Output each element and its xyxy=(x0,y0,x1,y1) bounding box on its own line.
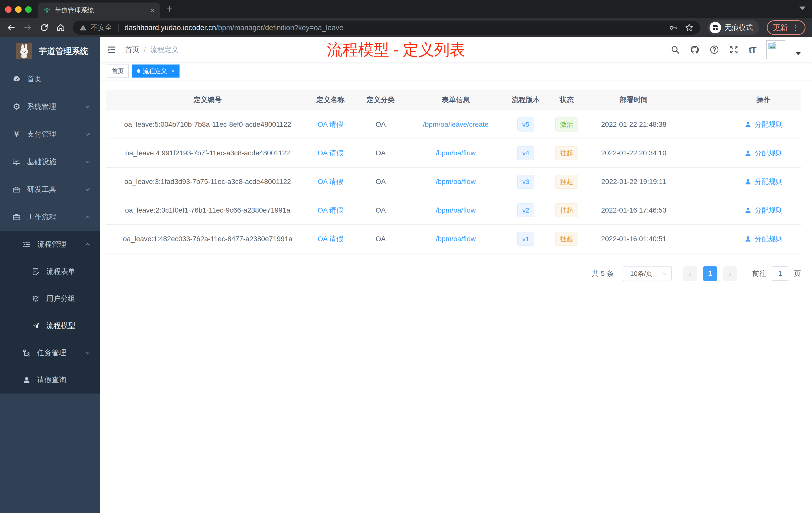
window-minimize-button[interactable] xyxy=(15,6,22,13)
browser-menu-dots-icon[interactable]: ⋮ xyxy=(792,24,800,32)
definition-name-link[interactable]: OA 请假 xyxy=(318,234,344,244)
window-zoom-button[interactable] xyxy=(25,6,32,13)
flow-tree-icon xyxy=(22,349,31,357)
font-size-icon[interactable]: tT xyxy=(749,45,756,55)
browser-address-bar: 不安全 dashboard.yudao.iocoder.cn/bpm/manag… xyxy=(0,18,812,37)
user-icon xyxy=(745,235,752,242)
not-secure-warning-icon[interactable] xyxy=(79,24,87,31)
browser-update-button[interactable]: 更新 ⋮ xyxy=(767,20,806,35)
table-row: oa_leave:5:004b710b-7b8a-11ec-8ef0-acde4… xyxy=(106,111,801,139)
home-icon[interactable] xyxy=(56,23,65,32)
sidebar-item-process-management[interactable]: 流程管理 xyxy=(0,231,100,258)
new-tab-button[interactable]: + xyxy=(166,4,173,13)
sidebar-item-home[interactable]: 首页 xyxy=(0,65,100,93)
list-tree-icon xyxy=(22,240,31,249)
help-icon[interactable] xyxy=(709,45,719,55)
sidebar-item-payment[interactable]: ¥ 支付管理 xyxy=(0,120,100,148)
url-field[interactable]: 不安全 dashboard.yudao.iocoder.cn/bpm/manag… xyxy=(73,21,700,35)
back-icon[interactable] xyxy=(6,23,16,32)
form-link[interactable]: /bpm/oa/leave/create xyxy=(423,120,489,128)
sidebar-item-leave-query[interactable]: 请假查询 xyxy=(0,366,100,394)
column-header-category: 定义分类 xyxy=(352,90,409,110)
sidebar-item-devtools[interactable]: 研发工具 xyxy=(0,176,100,203)
definition-table: 定义编号 定义名称 定义分类 表单信息 流程版本 状态 部署时间 操作 oa_l… xyxy=(106,90,801,253)
user-icon xyxy=(745,178,752,185)
fullscreen-icon[interactable] xyxy=(729,45,739,55)
search-icon[interactable] xyxy=(670,45,680,55)
assign-rule-button[interactable]: 分配规则 xyxy=(745,206,783,215)
definition-name-link[interactable]: OA 请假 xyxy=(318,177,344,186)
tab-close-icon[interactable]: × xyxy=(150,6,155,14)
avatar[interactable] xyxy=(766,40,785,59)
gear-icon: ⚙ xyxy=(12,102,21,111)
security-label[interactable]: 不安全 xyxy=(91,23,112,32)
prev-page-button[interactable]: ‹ xyxy=(683,266,697,281)
sidebar-item-label: 流程表单 xyxy=(46,267,75,277)
chevron-up-icon xyxy=(85,214,91,220)
incognito-label: 无痕模式 xyxy=(725,23,753,32)
sidebar-logo[interactable]: 芋道管理系统 xyxy=(0,37,100,65)
user-icon xyxy=(745,150,752,157)
assign-rule-label: 分配规则 xyxy=(754,234,783,244)
sidebar-item-workflow[interactable]: 工作流程 xyxy=(0,203,100,231)
assign-rule-button[interactable]: 分配规则 xyxy=(745,148,783,158)
form-link[interactable]: /bpm/oa/flow xyxy=(436,235,476,243)
content-area: 定义编号 定义名称 定义分类 表单信息 流程版本 状态 部署时间 操作 oa_l… xyxy=(100,80,812,513)
sidebar-toggle-hamburger-icon[interactable] xyxy=(107,45,117,55)
assign-rule-button[interactable]: 分配规则 xyxy=(745,177,783,186)
sidebar-item-process-model[interactable]: 流程模型 xyxy=(0,312,100,339)
page-unit-label: 页 xyxy=(794,269,801,278)
sidebar-item-infrastructure[interactable]: 基础设施 xyxy=(0,148,100,176)
password-key-icon[interactable] xyxy=(669,23,677,32)
breadcrumb-separator: / xyxy=(144,46,146,54)
status-badge: 挂起 xyxy=(555,203,578,217)
cell-deploy-time: 2022-01-16 01:40:51 xyxy=(584,225,684,253)
window-close-button[interactable] xyxy=(5,6,11,13)
navbar: 首页 / 流程定义 流程模型 - 定义列表 tT xyxy=(100,37,812,62)
definition-name-link[interactable]: OA 请假 xyxy=(318,120,344,129)
form-link[interactable]: /bpm/oa/flow xyxy=(436,178,476,186)
sidebar-item-process-form[interactable]: 流程表单 xyxy=(0,258,100,285)
breadcrumb-home[interactable]: 首页 xyxy=(125,45,139,55)
definition-name-link[interactable]: OA 请假 xyxy=(318,148,344,158)
tag-home[interactable]: 首页 xyxy=(107,64,129,78)
sidebar-item-user-group[interactable]: 用户分组 xyxy=(0,285,100,312)
bookmark-star-icon[interactable] xyxy=(685,23,694,32)
definition-name-link[interactable]: OA 请假 xyxy=(318,206,344,215)
form-link[interactable]: /bpm/oa/flow xyxy=(436,206,476,214)
cell-deploy-time: 2022-01-22 19:19:11 xyxy=(584,168,684,196)
cell-filler xyxy=(684,139,726,167)
avatar-caret-down-icon[interactable] xyxy=(795,52,801,55)
status-badge: 挂起 xyxy=(555,232,578,246)
assign-rule-button[interactable]: 分配规则 xyxy=(745,120,783,129)
column-header-filler xyxy=(684,90,726,110)
next-page-button[interactable]: › xyxy=(723,266,737,281)
url-divider xyxy=(118,24,118,32)
tag-close-icon[interactable]: × xyxy=(171,67,174,74)
sidebar-item-system[interactable]: ⚙ 系统管理 xyxy=(0,93,100,120)
reload-icon[interactable] xyxy=(40,23,49,32)
github-icon[interactable] xyxy=(690,45,699,55)
page-title-annotation: 流程模型 - 定义列表 xyxy=(327,39,465,60)
table-row: oa_leave:1:482ec033-762a-11ec-8477-a2380… xyxy=(106,225,801,253)
cell-category: OA xyxy=(352,196,409,224)
url-path: /bpm/manager/definition?key=oa_leave xyxy=(216,24,343,32)
goto-page-input[interactable] xyxy=(771,266,789,281)
url-text[interactable]: dashboard.yudao.iocoder.cn/bpm/manager/d… xyxy=(124,24,665,32)
page-size-select[interactable]: 10条/页 xyxy=(623,266,672,281)
tag-process-definition[interactable]: 流程定义 × xyxy=(132,64,179,78)
browser-tab[interactable]: 芋道管理系统 × xyxy=(38,2,160,18)
sidebar-item-label: 研发工具 xyxy=(27,184,56,194)
forward-icon[interactable] xyxy=(23,23,32,32)
yen-icon: ¥ xyxy=(12,130,21,139)
tab-search-chevron-icon[interactable] xyxy=(800,6,806,10)
logo-image xyxy=(16,43,32,59)
form-link[interactable]: /bpm/oa/flow xyxy=(436,149,476,157)
cell-definition-id: oa_leave:4:991f2193-7b7f-11ec-a3c8-acde4… xyxy=(106,139,309,167)
update-label: 更新 xyxy=(773,23,788,33)
version-badge: v3 xyxy=(517,175,534,189)
sidebar-item-label: 基础设施 xyxy=(27,157,56,167)
sidebar-item-task-management[interactable]: 任务管理 xyxy=(0,339,100,366)
assign-rule-button[interactable]: 分配规则 xyxy=(745,234,783,244)
page-number-1[interactable]: 1 xyxy=(703,266,717,281)
